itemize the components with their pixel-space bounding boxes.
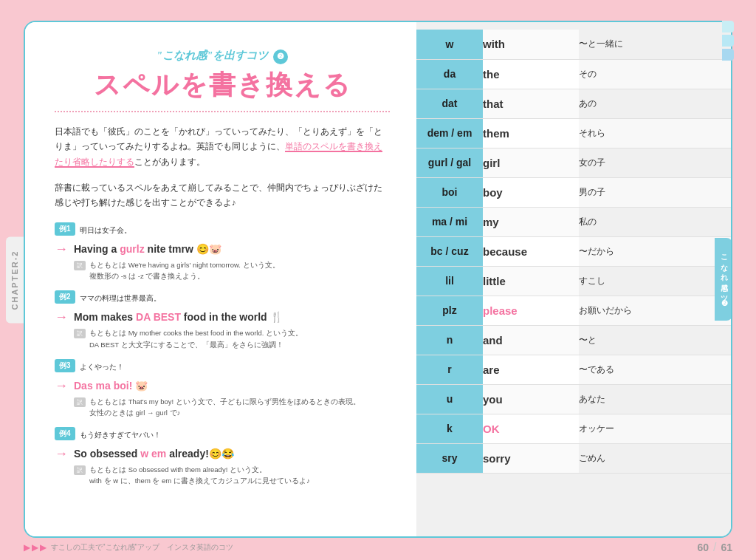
table-cell-meaning: ごめん [579,443,731,473]
table-cell-abbr: da [416,59,483,89]
table-cell-abbr: dat [416,89,483,118]
footer-page-left: 60 [697,542,709,553]
main-title: スペルを書き換える [55,67,390,103]
vocab-table: wwith〜と一緒にdatheそのdatthatあのdem / emthemそれ… [416,30,731,474]
table-cell-word: OK [483,414,579,443]
table-row: boiboy男の子 [416,177,731,207]
table-cell-meaning: 男の子 [579,177,731,207]
table-cell-word: the [483,59,579,89]
table-cell-word: are [483,355,579,384]
page-container: "こなれ感"を出すコツ ❷ スペルを書き換える 日本語でも「彼氏」のことを「かれ… [24,21,732,538]
table-cell-abbr: sry [416,443,483,473]
table-cell-word: boy [483,177,579,207]
table-cell-abbr: dem / em [416,118,483,148]
table-cell-abbr: w [416,30,483,59]
table-cell-meaning: それら [579,118,731,148]
footer-page-right: 61 [721,542,732,553]
table-row: dem / emthemそれら [416,118,731,148]
tip-number: ❷ [273,49,288,64]
table-cell-abbr: k [416,414,483,443]
footer: ▶ ▶ ▶ すこしの工夫で"こなれ感"アップ インスタ英語のコツ 60 / 61 [24,541,732,554]
table-cell-word: my [483,207,579,236]
note-badge-2: 訳 [74,329,86,338]
footer-arrow-1: ▶ [24,542,30,553]
example-japanese-3: よくやった！ [80,362,124,372]
footer-subtitle: すこしの工夫で"こなれ感"アップ インスタ英語のコツ [51,542,233,553]
example-sentence-4: So obsessed w em already!😊😂 [74,446,234,462]
note-text-1: もともとは We're having a girls' night tomorr… [89,259,280,281]
example-4: 例4 もう好きすぎてヤバい！ → So obsessed w em alread… [55,427,390,486]
tip-label-text: "こなれ感"を出すコツ [157,49,269,61]
table-cell-meaning: 〜と [579,325,731,355]
highlight-phrase: 単語のスペルを書き換えたり省略したりする [55,142,382,168]
table-row: plzpleaseお願いだから [416,296,731,325]
table-row: datthatあの [416,89,731,118]
example-sentence-1: Having a gurlz nite tmrw 😊🐷 [74,242,221,257]
table-cell-word: them [483,118,579,148]
table-cell-word: little [483,266,579,296]
example-japanese-1: 明日は女子会。 [80,225,131,236]
table-cell-meaning: 私の [579,207,731,236]
corner-tabs [722,21,734,61]
corner-tab-2 [722,35,734,47]
table-cell-meaning: 女の子 [579,148,731,177]
example-label-4: 例4 [55,427,75,440]
table-cell-meaning: 〜である [579,355,731,384]
right-tab: こなれ感コツ❷ [715,238,732,321]
table-row: uyouあなた [416,384,731,414]
table-cell-meaning: オッケー [579,414,731,443]
arrow-icon-1: → [55,242,68,257]
arrow-icon-3: → [55,378,68,394]
corner-tab-3 [722,49,734,61]
chapter-label: CHAPTER-2 [6,237,24,324]
table-cell-abbr: u [416,384,483,414]
table-row: datheその [416,59,731,89]
table-cell-word: and [483,325,579,355]
note-text-2: もともとは My mother cooks the best food in t… [89,327,303,349]
example-sentence-3: Das ma boi! 🐷 [74,378,148,394]
example-japanese-4: もう好きすぎてヤバい！ [80,430,161,440]
table-cell-word: you [483,384,579,414]
example-sentence-2: Mom makes DA BEST food in the world 🍴 [74,310,283,325]
table-cell-meaning: あの [579,89,731,118]
table-cell-meaning: その [579,59,731,89]
table-cell-abbr: plz [416,296,483,325]
footer-left: ▶ ▶ ▶ すこしの工夫で"こなれ感"アップ インスタ英語のコツ [24,542,233,553]
table-row: bc / cuzbecause〜だから [416,236,731,266]
table-row: kOKオッケー [416,414,731,443]
table-cell-word: with [483,30,579,59]
table-cell-abbr: bc / cuz [416,236,483,266]
intro-text: 日本語でも「彼氏」のことを「かれび」っていってみたり、「とりあえず」を「とりま」… [55,124,390,170]
table-cell-meaning: あなた [579,384,731,414]
table-cell-meaning: お願いだから [579,296,731,325]
table-wrapper: wwith〜と一緒にdatheそのdatthatあのdem / emthemそれ… [416,30,731,529]
note-badge-1: 訳 [74,261,86,270]
table-cell-word: that [483,89,579,118]
chapter-text: CHAPTER-2 [10,250,19,310]
tip-label: "こなれ感"を出すコツ ❷ [55,49,390,64]
table-cell-word: sorry [483,443,579,473]
divider [55,111,390,112]
table-row: nand〜と [416,325,731,355]
note-text-4: もともとは So obsessed with them already! という… [89,464,310,486]
table-cell-meaning: 〜と一緒に [579,30,731,59]
right-tab-text: こなれ感コツ❷ [718,250,729,309]
left-panel: "こなれ感"を出すコツ ❷ スペルを書き換える 日本語でも「彼氏」のことを「かれ… [25,22,416,536]
table-row: rare〜である [416,355,731,384]
footer-arrows: ▶ ▶ ▶ [24,542,47,553]
note-badge-3: 訳 [74,397,86,407]
table-cell-abbr: ma / mi [416,207,483,236]
table-cell-abbr: n [416,325,483,355]
table-cell-word: girl [483,148,579,177]
table-row: gurl / galgirl女の子 [416,148,731,177]
example-japanese-2: ママの料理は世界最高。 [80,293,161,304]
table-row: srysorryごめん [416,443,731,473]
example-label-1: 例1 [55,222,75,236]
table-cell-abbr: gurl / gal [416,148,483,177]
example-3: 例3 よくやった！ → Das ma boi! 🐷 訳 もともとは That's… [55,359,390,418]
example-label-3: 例3 [55,359,75,372]
corner-tab-1 [722,21,734,33]
arrow-icon-4: → [55,446,68,462]
right-panel: wwith〜と一緒にdatheそのdatthatあのdem / emthemそれ… [416,22,731,536]
footer-page-numbers: 60 / 61 [697,541,732,554]
